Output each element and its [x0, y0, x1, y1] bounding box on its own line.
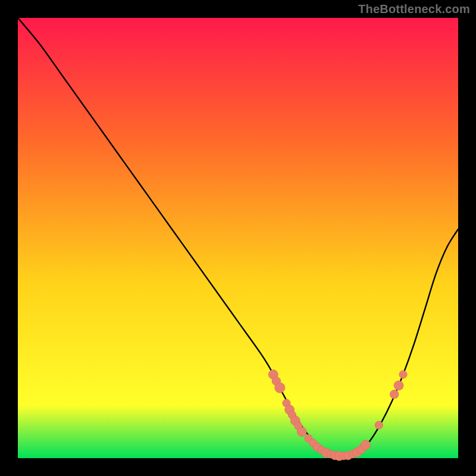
curve-marker	[275, 383, 285, 393]
chart-container: TheBottleneck.com	[0, 0, 476, 476]
curve-marker	[394, 381, 403, 390]
curve-marker	[297, 427, 306, 437]
watermark-text: TheBottleneck.com	[358, 2, 470, 16]
curve-marker	[361, 440, 371, 450]
curve-marker	[399, 371, 407, 378]
curve-marker	[390, 390, 399, 399]
bottleneck-chart	[0, 0, 476, 476]
curve-marker	[375, 421, 383, 429]
